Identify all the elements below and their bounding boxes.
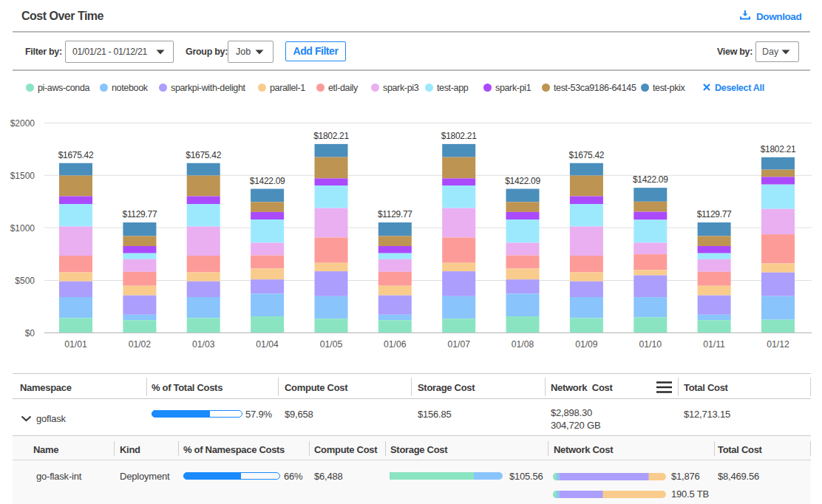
svg-text:01/05: 01/05 xyxy=(320,339,343,350)
svg-text:$1000: $1000 xyxy=(10,223,35,234)
svg-text:$1129.77: $1129.77 xyxy=(697,209,732,219)
svg-text:$1802.21: $1802.21 xyxy=(761,144,796,154)
svg-text:$1802.21: $1802.21 xyxy=(313,131,349,141)
svg-text:$1422.09: $1422.09 xyxy=(633,174,668,185)
svg-text:$500: $500 xyxy=(15,276,35,286)
svg-text:$1129.77: $1129.77 xyxy=(378,209,412,219)
svg-text:01/12: 01/12 xyxy=(767,339,789,350)
svg-text:01/09: 01/09 xyxy=(575,339,598,350)
svg-text:01/10: 01/10 xyxy=(639,339,662,350)
svg-text:01/08: 01/08 xyxy=(512,339,534,350)
svg-text:01/11: 01/11 xyxy=(703,339,725,350)
svg-text:01/07: 01/07 xyxy=(447,339,470,350)
svg-text:$1675.42: $1675.42 xyxy=(58,150,94,160)
svg-text:$1802.21: $1802.21 xyxy=(441,131,477,141)
svg-text:01/06: 01/06 xyxy=(384,339,407,350)
svg-text:$1675.42: $1675.42 xyxy=(186,150,221,160)
svg-text:01/01: 01/01 xyxy=(64,339,87,350)
svg-text:01/03: 01/03 xyxy=(192,339,215,350)
svg-text:$1500: $1500 xyxy=(10,171,35,181)
svg-text:$1422.09: $1422.09 xyxy=(250,176,285,186)
svg-text:$1675.42: $1675.42 xyxy=(569,150,605,160)
svg-text:$1129.77: $1129.77 xyxy=(123,209,157,219)
svg-text:$1422.09: $1422.09 xyxy=(505,176,540,186)
svg-text:$0: $0 xyxy=(25,328,35,338)
svg-text:01/04: 01/04 xyxy=(256,339,279,350)
svg-text:01/02: 01/02 xyxy=(129,339,152,350)
svg-text:$2000: $2000 xyxy=(10,118,35,129)
